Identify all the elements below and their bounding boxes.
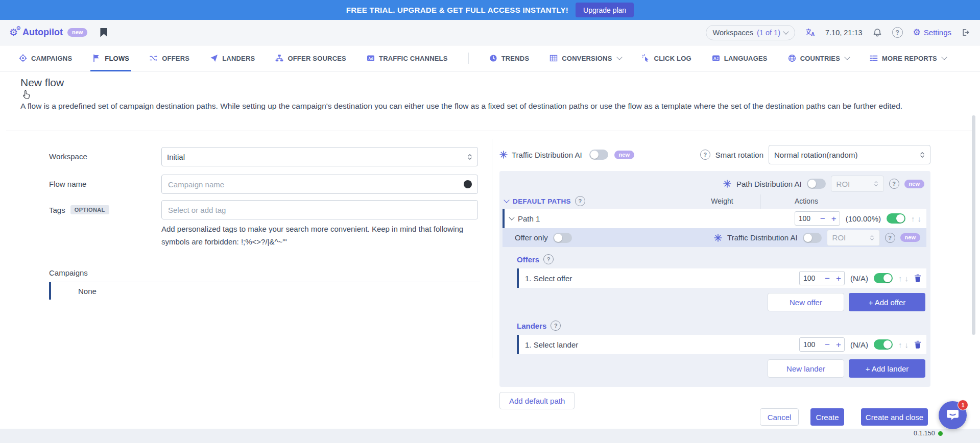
add-default-path-button[interactable]: Add default path — [499, 392, 575, 409]
nav-item-countries[interactable]: COUNTRIES — [788, 45, 849, 71]
path-ai-help-icon[interactable]: ? — [889, 179, 899, 189]
plus-icon: + — [866, 364, 870, 373]
offer-weight-minus-button[interactable]: − — [822, 274, 833, 283]
workspace-select[interactable]: Initial — [161, 147, 478, 166]
offer-row-label[interactable]: 1. Select offer — [525, 274, 572, 283]
lander-enabled-toggle[interactable] — [874, 339, 893, 350]
nav-item-trends[interactable]: TRENDS — [489, 45, 530, 71]
datetime-label: 7.10, 21:13 — [825, 29, 863, 37]
workspaces-selector[interactable]: Workspaces (1 of 1) — [706, 25, 795, 40]
cancel-button[interactable]: Cancel — [760, 408, 799, 426]
nav-item-flows[interactable]: FLOWS — [92, 45, 129, 71]
nav-item-landers[interactable]: LANDERS — [210, 45, 255, 71]
more-reports-icon — [870, 54, 878, 62]
offers-section-header: Offers ? — [517, 254, 926, 264]
chat-widget-button[interactable]: 1 — [939, 401, 967, 429]
offer-only-toggle[interactable] — [553, 233, 572, 243]
move-up-icon[interactable]: ↑ — [898, 341, 902, 349]
lander-weight-percent: (N/A) — [850, 340, 868, 349]
traffic-ai-toggle[interactable] — [589, 150, 608, 160]
nav-item-conversions[interactable]: CONVERSIONS — [549, 45, 621, 71]
path-traffic-ai-help-icon[interactable]: ? — [885, 233, 895, 243]
offer-enabled-toggle[interactable] — [874, 273, 893, 283]
landers-help-icon[interactable]: ? — [551, 321, 561, 331]
lander-weight-minus-button[interactable]: − — [822, 340, 833, 349]
nav-item-languages[interactable]: A2LANGUAGES — [712, 45, 768, 71]
weight-column-header: Weight — [691, 197, 753, 205]
nav-item-label: CLICK LOG — [654, 55, 691, 62]
logout-icon[interactable] — [962, 28, 971, 37]
lander-buttons-row: New lander + Add lander — [503, 359, 925, 378]
path-weight-minus-button[interactable]: − — [817, 214, 828, 223]
offer-weight-input[interactable] — [800, 274, 822, 282]
nav-item-traffic-channels[interactable]: AdTRAFFIC CHANNELS — [367, 45, 448, 71]
move-down-icon[interactable]: ↓ — [918, 215, 922, 223]
path-traffic-ai-label: Traffic Distribution AI — [727, 233, 798, 242]
lander-row-label[interactable]: 1. Select lander — [525, 340, 578, 349]
upgrade-plan-button[interactable]: Upgrade plan — [576, 3, 634, 17]
path-weight-percent: (100.00%) — [846, 214, 881, 223]
nav-item-campaigns[interactable]: CAMPAIGNS — [19, 45, 72, 71]
chevron-down-icon[interactable] — [504, 197, 509, 203]
path-ai-toggle[interactable] — [807, 179, 826, 189]
path-traffic-ai-new-badge: new — [900, 233, 920, 242]
smart-rotation-select[interactable]: Normal rotation(random) — [769, 145, 930, 164]
offer-only-label: Offer only — [515, 233, 548, 242]
flow-name-input[interactable] — [161, 175, 478, 194]
notifications-bell-icon[interactable] — [873, 28, 882, 37]
main-nav: CAMPAIGNSFLOWSOFFERSLANDERSOFFER SOURCES… — [0, 45, 980, 71]
default-paths-help-icon[interactable]: ? — [575, 196, 585, 206]
lander-weight-input[interactable] — [800, 340, 822, 349]
lander-weight-plus-button[interactable]: + — [833, 340, 844, 349]
delete-offer-icon[interactable] — [914, 274, 921, 282]
nav-divider — [468, 53, 469, 64]
workspace-label: Workspace — [49, 152, 87, 161]
create-and-close-button[interactable]: Create and close — [861, 408, 928, 426]
flow-name-label: Flow name — [49, 180, 86, 188]
offer-weight-plus-button[interactable]: + — [833, 274, 844, 283]
path-weight-plus-button[interactable]: + — [828, 214, 840, 223]
chevron-down-icon — [844, 54, 850, 60]
svg-text:A: A — [811, 31, 815, 37]
delete-lander-icon[interactable] — [914, 340, 921, 349]
path-row: Path 1 − + (100.00%) ↑ ↓ — [503, 209, 926, 228]
path-ai-metric-value: ROI — [836, 180, 850, 188]
offer-weight-control: − + — [799, 271, 845, 285]
add-offer-button[interactable]: + Add offer — [849, 293, 925, 311]
vertical-scrollbar[interactable] — [972, 115, 975, 335]
bookmark-icon[interactable] — [100, 28, 107, 37]
offers-help-icon[interactable]: ? — [543, 254, 554, 264]
settings-label: Settings — [924, 28, 951, 37]
help-icon[interactable]: ? — [892, 27, 903, 38]
offers-icon — [150, 54, 158, 62]
flow-color-dot[interactable] — [464, 180, 472, 188]
chevron-down-icon[interactable] — [509, 214, 514, 220]
path-weight-input[interactable] — [795, 214, 817, 223]
create-button[interactable]: Create — [810, 408, 844, 426]
brand-title[interactable]: Autopilot — [22, 27, 63, 38]
translate-icon[interactable]: A — [805, 28, 815, 37]
settings-button[interactable]: ⚙ Settings — [913, 28, 951, 37]
nav-item-offers[interactable]: OFFERS — [150, 45, 189, 71]
path-enabled-toggle[interactable] — [887, 213, 905, 224]
landers-icon — [210, 54, 218, 62]
add-lander-button[interactable]: + Add lander — [849, 359, 925, 378]
chat-icon — [946, 408, 960, 422]
add-offer-label: Add offer — [875, 298, 906, 307]
path-traffic-ai-toggle[interactable] — [803, 233, 822, 243]
add-lander-label: Add lander — [872, 364, 909, 373]
move-up-icon[interactable]: ↑ — [898, 275, 902, 282]
move-down-icon[interactable]: ↓ — [905, 341, 909, 349]
campaigns-value: None — [78, 287, 97, 296]
new-lander-button[interactable]: New lander — [768, 359, 844, 378]
panel-divider — [492, 139, 492, 358]
nav-item-click-log[interactable]: CLICK LOG — [642, 45, 691, 71]
nav-item-offer-sources[interactable]: OFFER SOURCES — [275, 45, 346, 71]
move-up-icon[interactable]: ↑ — [911, 215, 915, 223]
nav-item-more-reports[interactable]: MORE REPORTS — [870, 45, 946, 71]
move-down-icon[interactable]: ↓ — [905, 275, 909, 282]
new-offer-button[interactable]: New offer — [768, 293, 844, 311]
smart-rotation-help-icon[interactable]: ? — [700, 150, 710, 160]
tags-input[interactable] — [161, 200, 478, 219]
nav-item-label: LANGUAGES — [724, 55, 768, 62]
